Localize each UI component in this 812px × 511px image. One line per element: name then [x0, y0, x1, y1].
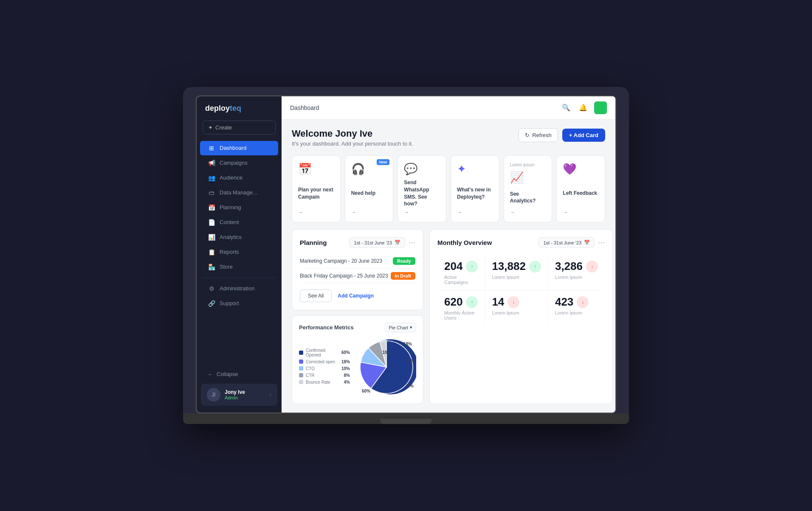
monthly-header: Monthly Overview 1st - 31st June '23 📅 ⋯	[437, 237, 605, 248]
pie-chart: 60% 18% 10% 8% 4%	[357, 337, 416, 397]
sidebar-divider	[203, 278, 276, 278]
sidebar-item-label: Content	[220, 219, 239, 225]
data-manage-icon: 🗃	[208, 189, 215, 196]
send-whatsapp-title: Send WhatsApp SMS. See how?	[404, 179, 440, 208]
sidebar-item-label: Store	[220, 264, 233, 270]
create-label: Create	[215, 124, 232, 131]
sidebar-item-audience[interactable]: 👥 Audience	[200, 171, 278, 185]
left-column: Planning 1st - 31st June '23 📅 ⋯	[292, 229, 423, 404]
chart-type-dropdown[interactable]: Pie Chart ▾	[385, 323, 416, 332]
sidebar-item-campaigns[interactable]: 📢 Campaigns	[200, 156, 278, 170]
campaign-item-0: Marketing Campaign - 20 June 2023 Ready	[300, 254, 415, 269]
metric-value-0: 204	[444, 260, 462, 273]
content-icon: 📄	[208, 219, 215, 226]
monthly-overview-card: Monthly Overview 1st - 31st June '23 📅 ⋯	[429, 229, 613, 404]
logo-teq: teq	[230, 104, 241, 112]
user-info: Jony Ive Admin	[225, 389, 265, 400]
main-content: Dashboard 🔍 🔔 Welcome Jony Ive It's your…	[282, 96, 615, 413]
quick-card-send-whatsapp[interactable]: 💬 Send WhatsApp SMS. See how? →	[398, 155, 446, 222]
sidebar-item-store[interactable]: 🏪 Store	[200, 260, 278, 274]
add-campaign-button[interactable]: Add Campaign	[338, 289, 374, 302]
sidebar-item-label: Support	[220, 300, 239, 306]
sidebar-item-support[interactable]: 🔗 Support	[200, 296, 278, 311]
legend-val-1: 18%	[341, 359, 350, 364]
metric-cell-5: 423 ↓ Lorem Ipsum	[548, 290, 605, 326]
feedback-icon: 💜	[563, 163, 576, 176]
sidebar-item-administration[interactable]: ⚙ Administration	[200, 281, 278, 296]
plan-campaign-icon: 📅	[298, 163, 312, 176]
laptop-base	[183, 413, 629, 424]
metric-label-3: Monthly Active Users	[444, 310, 478, 320]
whats-new-title: What's new in Deployteq?	[457, 186, 493, 201]
campaigns-icon: 📢	[208, 160, 215, 166]
metric-label-2: Lorem Ipsum	[555, 275, 598, 280]
quick-card-plan-campaign[interactable]: 📅 Plan your next Campain →	[292, 155, 341, 222]
trend-down-icon-2: ↓	[586, 261, 598, 272]
welcome-actions: ↻ Refresh + Add Card	[519, 128, 605, 142]
refresh-label: Refresh	[532, 132, 552, 138]
collapse-button[interactable]: ← Collapse	[200, 367, 278, 381]
create-button[interactable]: ✦ Create	[203, 121, 276, 135]
legend-label-0: Confirmed Opened	[306, 348, 339, 357]
sidebar-item-analytics[interactable]: 📊 Analytics	[200, 230, 278, 244]
arrow-right-icon: →	[563, 209, 568, 215]
legend-val-0: 60%	[341, 350, 350, 355]
metric-label-4: Lorem Ipsum	[492, 310, 541, 315]
refresh-button[interactable]: ↻ Refresh	[519, 128, 558, 142]
legend-dot-3	[299, 373, 303, 377]
user-name: Jony Ive	[225, 389, 265, 395]
add-card-button[interactable]: + Add Card	[562, 129, 605, 142]
chevron-right-icon: ›	[270, 392, 271, 398]
quick-card-whats-new[interactable]: ✦ What's new in Deployteq? →	[451, 155, 499, 222]
welcome-text: Welcome Jony Ive It's your dashboard. Ad…	[292, 128, 413, 147]
metric-value-2: 3,286	[555, 260, 583, 273]
pie-label-4: 4%	[408, 384, 414, 388]
planning-actions: See All Add Campaign	[300, 289, 415, 302]
sidebar-item-content[interactable]: 📄 Content	[200, 215, 278, 230]
topbar-actions: 🔍 🔔	[560, 101, 607, 114]
topbar-title: Dashboard	[290, 104, 319, 111]
need-help-icon: 🎧	[351, 163, 365, 176]
legend-label-3: CTR	[306, 373, 315, 378]
planning-date-range[interactable]: 1st - 31st June '23 📅	[349, 237, 405, 248]
user-avatar: JI	[207, 388, 220, 402]
legend-dot-4	[299, 380, 303, 384]
monthly-date-text: 1st - 31st June '23	[543, 240, 581, 245]
sidebar-item-data-manage[interactable]: 🗃 Data Manage...	[200, 185, 278, 200]
legend-item-3: CTR 8%	[299, 373, 350, 378]
sidebar-item-reports[interactable]: 📋 Reports	[200, 245, 278, 259]
sidebar-item-label: Campaigns	[220, 160, 248, 166]
quick-card-feedback[interactable]: 💜 Left Feedback →	[556, 155, 605, 222]
sidebar-item-label: Analytics	[220, 234, 242, 240]
more-options-icon[interactable]: ⋯	[409, 239, 415, 247]
bottom-row: Planning 1st - 31st June '23 📅 ⋯	[292, 229, 605, 404]
quick-card-need-help[interactable]: New 🎧 Need help →	[345, 155, 394, 222]
trend-up-icon-3: ↑	[466, 296, 478, 308]
quick-card-analytics[interactable]: Lorem ipsum 📈 See Analytics? →	[504, 155, 553, 222]
legend-label-1: Corrected open	[306, 359, 335, 364]
lorem-label: Lorem ipsum	[510, 163, 535, 167]
metric-row-5: 423 ↓	[555, 295, 598, 309]
monthly-date-range[interactable]: 1st - 31st June '23 📅	[539, 237, 595, 248]
feedback-title: Left Feedback	[563, 190, 597, 197]
sidebar-user[interactable]: JI Jony Ive Admin ›	[201, 384, 277, 406]
metric-row-4: 14 ↓	[492, 295, 541, 309]
planning-card: Planning 1st - 31st June '23 📅 ⋯	[292, 229, 423, 310]
administration-icon: ⚙	[208, 285, 215, 292]
reports-icon: 📋	[208, 249, 215, 256]
sidebar-item-dashboard[interactable]: ⊞ Dashboard	[200, 141, 278, 155]
see-all-button[interactable]: See All	[300, 289, 332, 302]
sidebar-item-planning[interactable]: 📅 Planning	[200, 200, 278, 215]
sidebar-item-label: Planning	[220, 204, 241, 211]
user-avatar-topbar[interactable]	[594, 101, 607, 114]
legend-dot-0	[299, 351, 303, 355]
monthly-more-icon[interactable]: ⋯	[598, 239, 605, 247]
sidebar-item-label: Audience	[220, 174, 242, 181]
trend-down-icon-4: ↓	[508, 296, 519, 308]
arrow-right-icon: →	[351, 209, 356, 215]
notifications-button[interactable]: 🔔	[577, 102, 589, 113]
perf-title: Performance Metrics	[299, 324, 354, 331]
search-button[interactable]: 🔍	[560, 102, 572, 113]
legend-val-3: 8%	[344, 373, 350, 378]
metric-row-0: 204 ↑	[444, 260, 478, 273]
